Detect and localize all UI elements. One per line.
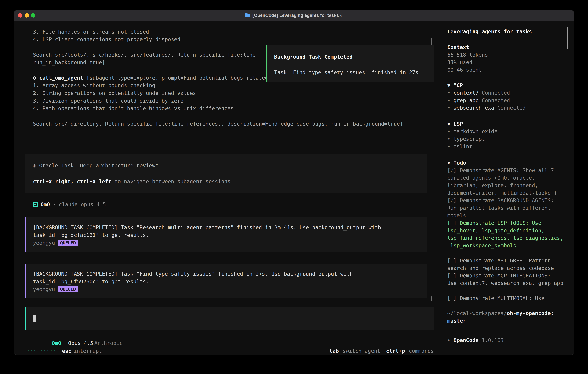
zoom-button[interactable] [31, 13, 35, 18]
chat-area: 3. File handles or streams not closed 4.… [14, 21, 441, 355]
lsp-section-header[interactable]: ▼ LSP [447, 120, 565, 128]
bullet-icon: • [447, 97, 451, 103]
context-spent: $0.46 spent [447, 66, 565, 74]
status-badge: QUEUED [58, 286, 78, 292]
notification-body: Task "Find type safety issues" finished … [274, 69, 434, 76]
oracle-task-line: ◉ Oracle Task "Deep architecture review" [33, 162, 427, 169]
tool-output-line: 2. String operations on potentially unde… [33, 89, 419, 97]
app-version: 1.0.163 [482, 337, 504, 343]
bullet-icon: • [447, 136, 451, 142]
active-agent: OmO [52, 340, 61, 346]
folder-icon [245, 13, 250, 18]
text-cursor [33, 315, 36, 322]
scrollbar-thumb[interactable] [431, 296, 432, 301]
tool-output-line: 1. Array access without bounds checking [33, 82, 419, 89]
mcp-status: Connected [497, 105, 526, 111]
ctrlp-key-hint: ctrl+p [386, 348, 405, 354]
workspace-dir: ~/local-workspaces/ [447, 310, 507, 316]
opencode-window: [OpenCode] Leveraging agents for tasks ◐… [14, 10, 574, 355]
todo-item-done: [✓] Demonstrate BACKGROUND AGENTS: Run p… [447, 197, 565, 219]
prompt-input[interactable] [25, 307, 434, 330]
message-line: task_id="bg_dcfac161" to get results. [33, 231, 427, 239]
agent-name: OmO [41, 201, 50, 208]
lsp-item: • typescript [447, 135, 565, 143]
app-version-row: • OpenCode 1.0.163 [447, 337, 565, 344]
message-line: [BACKGROUND TASK COMPLETED] Task "Resear… [33, 224, 427, 231]
git-branch: master [447, 317, 565, 324]
traffic-lights [18, 10, 35, 21]
notification-title: Background Task Completed [274, 53, 434, 61]
app-name: OpenCode [453, 337, 478, 343]
todo-item-pending: [ ] Demonstrate MULTIMODAL: Use [447, 294, 565, 302]
message-line: task_id="bg_6f59260c" to get results. [33, 278, 427, 285]
lsp-item: • markdown-oxide [447, 128, 565, 135]
workspace-repo: oh-my-opencode: [507, 310, 554, 316]
window-title-group: [OpenCode] Leveraging agents for tasks ◐ [245, 13, 343, 18]
close-button[interactable] [18, 13, 22, 18]
mcp-status: Connected [482, 90, 510, 96]
mcp-name: websearch_exa [453, 105, 494, 111]
mcp-name: grep_app [453, 97, 478, 103]
tool-call-name: call_omo_agent [39, 75, 83, 81]
tool-output-line: 3. File handles or streams not closed [33, 28, 419, 36]
bullet-icon: • [447, 90, 451, 96]
status-badge: QUEUED [58, 240, 78, 246]
status-left: ·········escinterrupt [27, 347, 102, 355]
agent-header: OmO · claude-opus-4-5 [33, 201, 106, 208]
esc-key-hint: esc [62, 348, 71, 354]
context-header: Context [447, 43, 565, 51]
model-provider: Anthropic [94, 340, 123, 346]
message-meta: yeongyuQUEUED [33, 285, 427, 293]
tab-key-hint: tab [329, 348, 339, 354]
mcp-status: Connected [482, 97, 510, 103]
mcp-item: • websearch_exa Connected [447, 104, 565, 112]
keybinding: ctrl+x right, ctrl+x left [33, 178, 111, 184]
tool-output-line: 3. Division operations that could divide… [33, 97, 419, 104]
session-title: Leveraging agents for tasks [447, 28, 565, 35]
status-bar: ·········escinterrupt tabswitch agentctr… [27, 347, 434, 355]
todo-item-active: [ ] Demonstrate LSP TOOLS: Use lsp_hover… [447, 219, 565, 249]
todo-item-done: [✓] Demonstrate AGENTS: Show all 7 curat… [447, 166, 565, 197]
context-used: 33% used [447, 59, 565, 66]
minimize-button[interactable] [25, 13, 29, 18]
tab-key-label: switch agent [343, 348, 380, 354]
mcp-name: context7 [453, 90, 478, 96]
bullet-icon: • [447, 105, 451, 111]
bullet-icon: • [447, 144, 451, 149]
bullet-icon: • [447, 337, 451, 343]
agent-model: claude-opus-4-5 [59, 201, 106, 208]
tool-output-line: 4. LSP client connections not properly d… [33, 36, 419, 43]
spacer [33, 169, 427, 177]
background-task-message: [BACKGROUND TASK COMPLETED] Task "Resear… [25, 217, 427, 252]
context-tokens: 66,518 tokens [447, 51, 565, 59]
titlebar[interactable]: [OpenCode] Leveraging agents for tasks ◐ [14, 10, 574, 21]
oracle-nav-hint: ctrl+x right, ctrl+x left to navigate be… [33, 177, 427, 185]
agent-icon [33, 202, 38, 207]
bullet-icon: • [447, 128, 451, 134]
model-info: OmOOpus 4.5Anthropic [33, 332, 123, 339]
mcp-item: • context7 Connected [447, 89, 565, 97]
username: yeongyu [33, 239, 55, 247]
separator-dot: · [53, 201, 56, 208]
window-title: [OpenCode] Leveraging agents for tasks ◐ [252, 13, 343, 18]
username: yeongyu [33, 285, 55, 293]
active-model: Opus 4.5 [68, 340, 93, 346]
tool-output-line: 4. Path operations that don't handle Win… [33, 104, 419, 112]
todo-item-pending: [ ] Demonstrate AST-GREP: Pattern search… [447, 257, 565, 272]
todo-section-header[interactable]: ▼ Todo [447, 159, 565, 166]
mcp-section-header[interactable]: ▼ MCP [447, 82, 565, 89]
tool-output-line: Search src/ directory. Return specific f… [33, 120, 419, 128]
message-meta: yeongyuQUEUED [33, 239, 427, 247]
hint-text: to navigate between subagent sessions [111, 178, 231, 184]
mcp-item: • grep_app Connected [447, 97, 565, 104]
message-line: [BACKGROUND TASK COMPLETED] Task "Find t… [33, 270, 427, 278]
lsp-name: typescript [453, 136, 485, 142]
lsp-item: • eslint [447, 143, 565, 150]
workspace-path: ~/local-workspaces/oh-my-opencode: [447, 310, 565, 317]
blank-line [33, 112, 419, 120]
background-task-message: [BACKGROUND TASK COMPLETED] Task "Find t… [25, 264, 427, 298]
sidebar-scrollbar-thumb[interactable] [567, 27, 568, 49]
esc-key-label: interrupt [74, 348, 102, 354]
spinner-dots: ········· [27, 348, 56, 354]
ctrlp-key-label: commands [409, 348, 434, 354]
